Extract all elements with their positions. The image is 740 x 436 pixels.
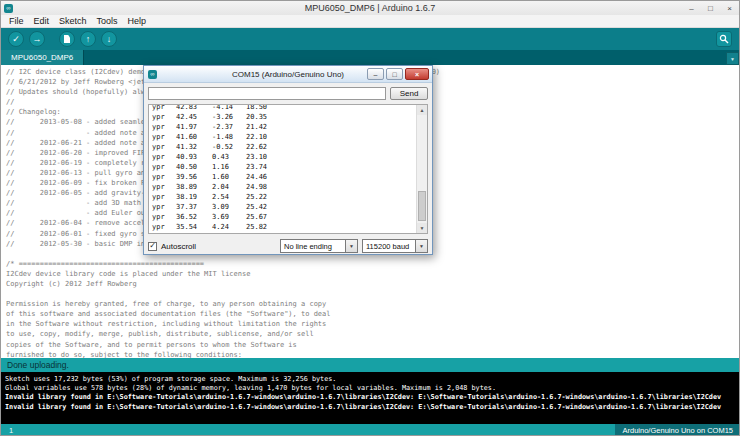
serial-output-row: ypr42.83-4.1418.50	[152, 104, 427, 112]
menu-item-help[interactable]: Help	[123, 16, 152, 26]
console-line: Invalid library found in E:\Software-Tut…	[5, 393, 737, 402]
serial-monitor-options: ✓ Autoscroll No line ending ▼ 115200 bau…	[148, 239, 428, 253]
scrollbar-track[interactable]	[417, 115, 427, 223]
autoscroll-label: Autoscroll	[161, 242, 196, 251]
close-button[interactable]: ×	[720, 1, 739, 15]
save-sketch-button[interactable]: ↓	[101, 31, 117, 47]
down-arrow-icon: ↓	[107, 35, 112, 44]
tab-bar: MPU6050_DMP6 ▼	[1, 50, 739, 65]
serial-output-row: ypr35.544.2425.82	[152, 222, 427, 232]
chevron-down-icon: ▼	[345, 240, 357, 252]
status-message: Done uploading.	[7, 360, 69, 370]
console-output: Sketch uses 17,232 bytes (53%) of progra…	[1, 372, 740, 424]
serial-output-lines: ypr42.83-4.1418.50ypr42.45-3.2620.35ypr4…	[149, 104, 427, 232]
minimize-button[interactable]: –	[682, 1, 701, 15]
baud-rate-dropdown[interactable]: 115200 baud ▼	[362, 239, 428, 253]
footer-bar: 1 Arduino/Genuino Uno on COM15	[1, 424, 740, 436]
line-ending-value: No line ending	[281, 242, 335, 251]
serial-send-input[interactable]	[148, 87, 386, 100]
code-line: Copyright (c) 2012 Jeff Rowberg	[6, 279, 740, 289]
send-row: Send	[148, 87, 428, 100]
serial-output-row: ypr41.97-2.3721.42	[152, 122, 427, 132]
serial-output-row: ypr38.892.0424.98	[152, 182, 427, 192]
chevron-down-icon: ▼	[730, 56, 735, 62]
code-line: furnished to do so, subject to the follo…	[6, 350, 740, 358]
board-port-status: Arduino/Genuino Uno on COM15	[615, 424, 740, 436]
console-line: Global variables use 578 bytes (28%) of …	[5, 384, 737, 393]
serial-output-row: ypr41.60-1.4822.10	[152, 132, 427, 142]
menu-bar: FileEditSketchToolsHelp	[1, 15, 739, 28]
checkmark-icon: ✓	[12, 35, 20, 44]
new-sketch-button[interactable]	[59, 31, 75, 47]
verify-button[interactable]: ✓	[8, 31, 24, 47]
code-line: Permission is hereby granted, free of ch…	[6, 299, 740, 309]
serial-output-row: ypr41.32-0.5222.62	[152, 142, 427, 152]
scroll-down-icon[interactable]: ▼	[417, 223, 427, 233]
autoscroll-checkbox[interactable]: ✓	[148, 242, 157, 251]
chevron-down-icon: ▼	[415, 240, 427, 252]
serial-output-row: ypr39.561.6024.46	[152, 172, 427, 182]
serial-monitor-title-bar[interactable]: ∞ COM15 (Arduino/Genuino Uno) – □ ×	[144, 66, 432, 83]
serial-scrollbar[interactable]: ▲ ▼	[416, 105, 427, 233]
close-icon[interactable]: ×	[405, 68, 429, 80]
tab-mpu6050-dmp6[interactable]: MPU6050_DMP6	[1, 50, 84, 65]
magnifier-icon	[719, 34, 729, 44]
serial-output-area[interactable]: ypr42.83-4.1418.50ypr42.45-3.2620.35ypr4…	[148, 104, 428, 234]
serial-output-row: ypr42.45-3.2620.35	[152, 112, 427, 122]
code-line: /* =====================================…	[6, 259, 740, 269]
line-ending-dropdown[interactable]: No line ending ▼	[280, 239, 358, 253]
window-title: MPU6050_DMP6 | Arduino 1.6.7	[1, 3, 739, 13]
code-line: copies of the Software, and to permit pe…	[6, 340, 740, 350]
scroll-up-icon[interactable]: ▲	[417, 105, 427, 115]
arduino-ide-window: ∞ MPU6050_DMP6 | Arduino 1.6.7 – □ × Fil…	[0, 0, 740, 436]
serial-output-row: ypr38.192.5425.22	[152, 192, 427, 202]
serial-output-row: ypr36.523.6925.67	[152, 212, 427, 222]
minimize-button[interactable]: –	[367, 68, 384, 80]
maximize-button[interactable]: □	[701, 1, 720, 15]
scrollbar-thumb[interactable]	[418, 191, 426, 221]
tab-menu-button[interactable]: ▼	[726, 52, 739, 65]
right-arrow-icon: →	[33, 35, 42, 44]
window-controls: – □ ×	[682, 1, 739, 15]
menu-item-sketch[interactable]: Sketch	[54, 16, 92, 26]
code-line: I2Cdev device library code is placed und…	[6, 269, 740, 279]
serial-monitor-button[interactable]	[716, 31, 732, 47]
title-bar: ∞ MPU6050_DMP6 | Arduino 1.6.7 – □ ×	[1, 1, 739, 15]
menu-item-file[interactable]: File	[4, 16, 29, 26]
console-line: Invalid library found in E:\Software-Tut…	[5, 403, 737, 412]
open-sketch-button[interactable]: ↑	[80, 31, 96, 47]
code-line: to use, copy, modify, merge, publish, di…	[6, 329, 740, 339]
serial-output-row: ypr40.501.1623.74	[152, 162, 427, 172]
new-sheet-icon	[64, 35, 70, 43]
cursor-line-number: 1	[1, 426, 13, 435]
menu-item-tools[interactable]: Tools	[92, 16, 123, 26]
code-line	[6, 289, 740, 299]
console-line: Sketch uses 17,232 bytes (53%) of progra…	[5, 375, 737, 384]
serial-output-row: ypr37.373.0925.42	[152, 202, 427, 212]
serial-monitor-dialog: ∞ COM15 (Arduino/Genuino Uno) – □ × Send…	[143, 65, 433, 255]
status-bar: Done uploading.	[1, 358, 740, 372]
send-button[interactable]: Send	[390, 87, 428, 100]
serial-monitor-window-controls: – □ ×	[367, 68, 432, 80]
menu-item-edit[interactable]: Edit	[29, 16, 55, 26]
baud-rate-value: 115200 baud	[363, 242, 412, 251]
upload-button[interactable]: →	[29, 31, 45, 47]
serial-output-row: ypr40.930.4323.10	[152, 152, 427, 162]
up-arrow-icon: ↑	[86, 35, 91, 44]
maximize-button[interactable]: □	[386, 68, 403, 80]
toolbar: ✓ → ↑ ↓	[1, 28, 739, 50]
code-line: of this software and associated document…	[6, 309, 740, 319]
code-line: in the Software without restriction, inc…	[6, 319, 740, 329]
